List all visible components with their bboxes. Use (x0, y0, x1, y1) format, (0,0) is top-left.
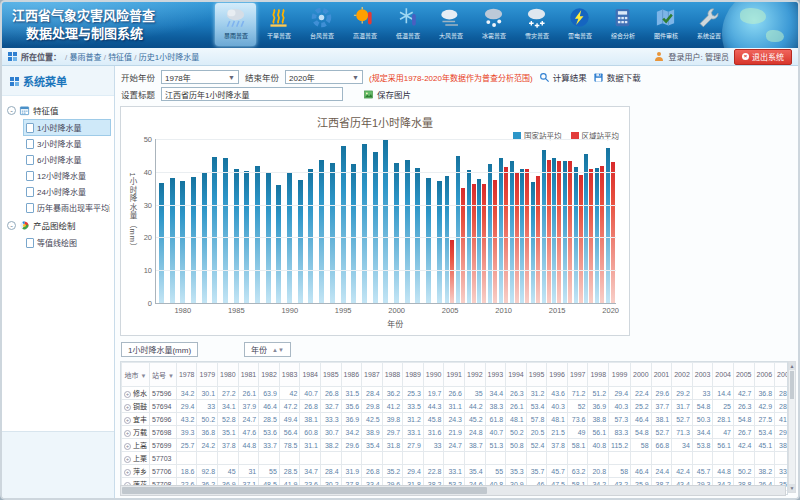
vertical-scrollbar[interactable]: ▲ ▼ (788, 361, 796, 493)
horizontal-scrollbar[interactable] (120, 485, 786, 496)
column-header-year-1984[interactable]: 1984 (300, 363, 321, 387)
column-header-year-1993[interactable]: 1993 (485, 363, 506, 387)
expand-row-icon[interactable]: + (124, 391, 131, 398)
column-header-year-1982[interactable]: 1982 (259, 363, 280, 387)
column-header-station[interactable]: 站号 ▼ (150, 363, 177, 387)
sidebar-item-0-0[interactable]: 1小时降水量 (24, 120, 110, 135)
column-header-year-1978[interactable]: 1978 (176, 363, 197, 387)
toolbar-item-2[interactable]: 台风普查 (301, 3, 342, 46)
column-header-year-1983[interactable]: 1983 (279, 363, 300, 387)
column-header-year-1998[interactable]: 1998 (588, 363, 609, 387)
cell-value (506, 452, 527, 465)
column-header-year-2001[interactable]: 2001 (651, 363, 672, 387)
cell-value: 44.8 (238, 439, 259, 452)
cell-value: 54.8 (733, 413, 754, 426)
column-header-year-1997[interactable]: 1997 (567, 363, 588, 387)
column-header-year-2007[interactable]: 2007 (775, 363, 788, 387)
toolbar-item-4[interactable]: 低温普查 (387, 3, 428, 46)
gridline (156, 270, 616, 271)
column-header-year-2004[interactable]: 2004 (713, 363, 734, 387)
expand-row-icon[interactable]: + (124, 404, 131, 411)
bar-national-1987 (255, 166, 260, 303)
year-slot-2011 (509, 139, 520, 303)
calculate-button[interactable]: 计算结果 (539, 71, 587, 83)
sidebar-group-0[interactable]: -特征值 (4, 101, 112, 119)
expand-row-icon[interactable]: + (124, 443, 131, 450)
toolbar-item-1[interactable]: 干旱普查 (258, 3, 299, 46)
column-header-city[interactable]: 地市 ▼ (122, 363, 150, 387)
column-header-year-1992[interactable]: 1992 (465, 363, 486, 387)
sidebar-item-0-2[interactable]: 6小时降水量 (24, 152, 110, 167)
toolbar-item-7[interactable]: 雪灾普查 (516, 3, 557, 46)
breadcrumb-item-0[interactable]: 暴雨普查 (69, 53, 101, 62)
sidebar-item-0-4[interactable]: 24小时降水量 (24, 184, 110, 199)
column-header-year-2003[interactable]: 2003 (692, 363, 713, 387)
toolbar-item-3[interactable]: 高温普查 (344, 3, 385, 46)
gridline (156, 237, 616, 238)
cell-value: 35.6 (341, 400, 362, 413)
chevron-down-icon: ▼ (352, 74, 359, 81)
scroll-up-arrow[interactable]: ▲ (789, 362, 795, 370)
column-header-year-1989[interactable]: 1989 (403, 363, 424, 387)
column-header-year-1979[interactable]: 1979 (197, 363, 218, 387)
column-header-year-1995[interactable]: 1995 (526, 363, 547, 387)
gridline (156, 139, 616, 140)
bar-national-2016 (563, 161, 567, 303)
collapse-icon[interactable]: - (7, 106, 16, 115)
download-button[interactable]: 数据下载 (593, 71, 641, 83)
drought-icon (267, 6, 290, 29)
cell-value (631, 452, 652, 465)
horizontal-scrollbar-thumb[interactable] (122, 487, 487, 494)
column-header-year-1990[interactable]: 1990 (423, 363, 444, 387)
column-header-year-1987[interactable]: 1987 (362, 363, 383, 387)
sidebar-item-0-1[interactable]: 3小时降水量 (24, 136, 110, 151)
start-year-select[interactable]: 1978年▼ (161, 70, 239, 84)
x-tick-label: 2020 (602, 306, 619, 315)
cell-value: 27.9 (403, 439, 424, 452)
column-header-year-2002[interactable]: 2002 (672, 363, 693, 387)
toolbar-item-6[interactable]: 冰雹普查 (473, 3, 514, 46)
column-header-year-1985[interactable]: 1985 (320, 363, 341, 387)
column-header-year-1999[interactable]: 1999 (609, 363, 631, 387)
toolbar-item-10[interactable]: 图件审核 (645, 3, 686, 46)
column-header-year-1991[interactable]: 1991 (444, 363, 465, 387)
expand-row-icon[interactable]: + (124, 430, 131, 437)
cell-value: 20.8 (588, 465, 609, 478)
end-year-select[interactable]: 2020年▼ (285, 70, 363, 84)
chart-title-input[interactable] (161, 87, 343, 101)
cell-value: 42.9 (754, 400, 775, 413)
column-header-year-1994[interactable]: 1994 (506, 363, 527, 387)
column-header-year-2005[interactable]: 2005 (733, 363, 754, 387)
toolbar-item-9[interactable]: 综合分析 (602, 3, 643, 46)
sidebar-item-0-5[interactable]: 历年暴雨出现率平均雨量 (24, 200, 110, 215)
toolbar-item-0[interactable]: 暴雨普查 (215, 3, 256, 46)
expand-row-icon[interactable]: + (124, 469, 131, 476)
collapse-icon[interactable]: - (7, 221, 16, 230)
vertical-scrollbar-thumb[interactable] (790, 371, 794, 399)
sidebar-item-1-0[interactable]: 等值线绘图 (24, 235, 110, 250)
breadcrumb-item-2[interactable]: 历史1小时降水量 (139, 53, 199, 62)
expand-row-icon[interactable]: + (124, 417, 131, 424)
year-dimension-selector[interactable]: 年份 ▲▼ (244, 342, 291, 357)
toolbar-item-5[interactable]: 大风普查 (430, 3, 471, 46)
sidebar-group-1[interactable]: -产品图绘制 (4, 216, 112, 234)
column-header-year-1981[interactable]: 1981 (238, 363, 259, 387)
cell-value: 26.3 (506, 387, 527, 400)
expand-row-icon[interactable]: + (124, 456, 131, 463)
column-header-year-1996[interactable]: 1996 (547, 363, 568, 387)
column-header-year-2006[interactable]: 2006 (754, 363, 775, 387)
cell-value: 43.2 (176, 413, 197, 426)
column-header-year-1986[interactable]: 1986 (341, 363, 362, 387)
scroll-down-arrow[interactable]: ▼ (789, 484, 795, 492)
toolbar-item-11[interactable]: 系统设置 (688, 3, 729, 46)
breadcrumb-item-1[interactable]: 特征值 (108, 53, 132, 62)
column-header-year-1988[interactable]: 1988 (382, 363, 403, 387)
cell-value: 14.4 (713, 387, 734, 400)
column-header-year-1980[interactable]: 1980 (218, 363, 239, 387)
toolbar-item-8[interactable]: 雷电普查 (559, 3, 600, 46)
save-image-button[interactable]: 保存图片 (363, 88, 411, 100)
measure-selector[interactable]: 1小时降水量(mm) (121, 342, 198, 357)
logout-button[interactable]: × 退出系统 (734, 49, 792, 65)
sidebar-item-0-3[interactable]: 12小时降水量 (24, 168, 110, 183)
column-header-year-2000[interactable]: 2000 (631, 363, 652, 387)
